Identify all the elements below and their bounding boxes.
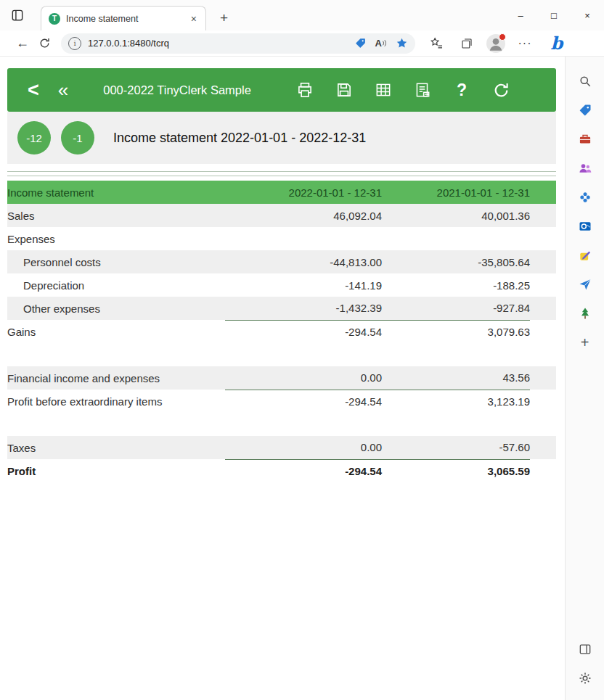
- tab-actions-icon[interactable]: [10, 8, 25, 22]
- close-icon[interactable]: ×: [571, 0, 604, 30]
- browser-tab[interactable]: T Income statement ×: [41, 6, 206, 30]
- app-toolbar: < « 000-2022 TinyClerk Sample: [7, 68, 556, 112]
- value-2021: -927.84: [382, 297, 530, 320]
- split-screen-icon[interactable]: [566, 635, 604, 664]
- filler-cell: [530, 436, 556, 459]
- search-icon[interactable]: [566, 67, 604, 96]
- col-header-2022: 2022-01-01 - 12-31: [225, 181, 382, 204]
- report-title: Income statement 2022-01-01 - 2022-12-31: [113, 131, 366, 146]
- report-table: Income statement 2022-01-01 - 12-31 2021…: [7, 181, 556, 482]
- filler-cell: [530, 227, 556, 250]
- sidebar-add-icon[interactable]: +: [566, 328, 604, 357]
- value-2021: 40,001.36: [382, 204, 530, 227]
- favorite-star-icon[interactable]: [396, 37, 408, 49]
- nav-back-icon[interactable]: ←: [12, 33, 33, 54]
- app-refresh-icon[interactable]: [491, 80, 511, 100]
- value-2021: 43.56: [382, 366, 530, 390]
- value-2022: 46,092.04: [225, 204, 382, 227]
- table-row: Financial income and expenses0.0043.56: [7, 366, 556, 390]
- row-label: Expenses: [7, 227, 225, 250]
- notification-dot-icon: [499, 33, 506, 41]
- table-row: Depreciation-141.19-188.25: [7, 273, 556, 297]
- table-icon[interactable]: [373, 80, 393, 100]
- section-divider: [7, 171, 556, 176]
- app-toolbar-actions: ?: [295, 80, 511, 100]
- filler-cell: [530, 366, 556, 390]
- print-icon[interactable]: [295, 80, 315, 100]
- spacer-row: [7, 343, 556, 366]
- row-label: Taxes: [7, 436, 225, 459]
- more-menu-icon[interactable]: ···: [514, 33, 536, 54]
- row-label: Gains: [7, 320, 225, 343]
- value-2022: 0.00: [225, 436, 382, 459]
- address-bar[interactable]: i 127.0.0.1:8480/tcrq A: [61, 33, 415, 54]
- read-aloud-icon[interactable]: A: [375, 38, 387, 49]
- filler-cell: [530, 204, 556, 227]
- nav-refresh-icon[interactable]: [33, 33, 55, 54]
- value-2022: 0.00: [225, 366, 382, 390]
- navbar-actions: ···: [425, 33, 536, 54]
- value-2021: [382, 227, 530, 250]
- browser-navbar: ← i 127.0.0.1:8480/tcrq A: [0, 30, 604, 57]
- shopping-icon[interactable]: [566, 96, 604, 125]
- table-row: Profit before extraordinary items-294.54…: [7, 390, 556, 413]
- export-document-icon[interactable]: [412, 80, 433, 100]
- value-2022: -294.54: [225, 320, 382, 343]
- table-row: Taxes0.00-57.60: [7, 436, 556, 459]
- settings-icon[interactable]: [566, 664, 604, 693]
- filler-cell: [530, 320, 556, 343]
- table-header-row: Income statement 2022-01-01 - 12-31 2021…: [7, 181, 556, 204]
- apps-icon[interactable]: [566, 183, 604, 212]
- value-2022: -294.54: [225, 390, 382, 413]
- row-label: Other expenses: [7, 297, 225, 320]
- spacer-row: [7, 413, 556, 436]
- table-row: Sales46,092.0440,001.36: [7, 204, 556, 227]
- table-row: Other expenses-1,432.39-927.84: [7, 297, 556, 320]
- value-2022: -141.19: [225, 273, 382, 297]
- save-icon[interactable]: [334, 80, 354, 100]
- designer-icon[interactable]: [566, 241, 604, 270]
- filler-cell: [530, 459, 556, 482]
- app-collapse-icon[interactable]: «: [58, 81, 68, 99]
- company-title: 000-2022 TinyClerk Sample: [103, 83, 251, 97]
- tree-icon[interactable]: [566, 299, 604, 328]
- table-row: Expenses: [7, 227, 556, 250]
- page-content: < « 000-2022 TinyClerk Sample: [0, 57, 565, 700]
- tab-close-icon[interactable]: ×: [187, 12, 201, 25]
- toolbox-icon[interactable]: [566, 125, 604, 154]
- browser-titlebar: T Income statement × + – □ ×: [0, 0, 604, 30]
- value-2021: 3,065.59: [382, 459, 530, 482]
- drop-icon[interactable]: [566, 270, 604, 299]
- outlook-icon[interactable]: [566, 212, 604, 241]
- help-icon[interactable]: ?: [452, 80, 472, 100]
- row-label: Profit before extraordinary items: [7, 390, 225, 413]
- bing-sidebar-icon[interactable]: b: [546, 33, 568, 54]
- filler-cell: [530, 250, 556, 273]
- col-header-filler: [530, 181, 556, 204]
- site-info-icon[interactable]: i: [68, 37, 81, 50]
- shopping-tag-icon[interactable]: [354, 37, 367, 49]
- profile-avatar[interactable]: [486, 34, 505, 53]
- row-label: Depreciation: [7, 273, 225, 297]
- badge-minus-1[interactable]: -1: [61, 121, 94, 155]
- row-label: Personnel costs: [7, 250, 225, 273]
- app-back-icon[interactable]: <: [28, 81, 39, 100]
- site-favicon: T: [49, 13, 60, 25]
- badge-minus-12[interactable]: -12: [17, 121, 51, 155]
- collections-icon[interactable]: [456, 33, 478, 54]
- value-2022: -44,813.00: [225, 250, 382, 273]
- maximize-icon[interactable]: □: [537, 0, 571, 30]
- people-icon[interactable]: [566, 154, 604, 183]
- url-text: 127.0.0.1:8480/tcrq: [88, 38, 346, 49]
- row-label: Financial income and expenses: [7, 366, 225, 390]
- row-label: Sales: [7, 204, 225, 227]
- minimize-icon[interactable]: –: [504, 0, 537, 30]
- favorites-icon[interactable]: [425, 33, 447, 54]
- value-2021: 3,079.63: [382, 320, 530, 343]
- value-2022: -294.54: [225, 459, 382, 482]
- window-controls: – □ ×: [504, 0, 604, 30]
- table-row: Profit-294.543,065.59: [7, 459, 556, 482]
- new-tab-icon[interactable]: +: [213, 10, 234, 26]
- row-label: Profit: [7, 459, 225, 482]
- table-row: Gains-294.543,079.63: [7, 320, 556, 343]
